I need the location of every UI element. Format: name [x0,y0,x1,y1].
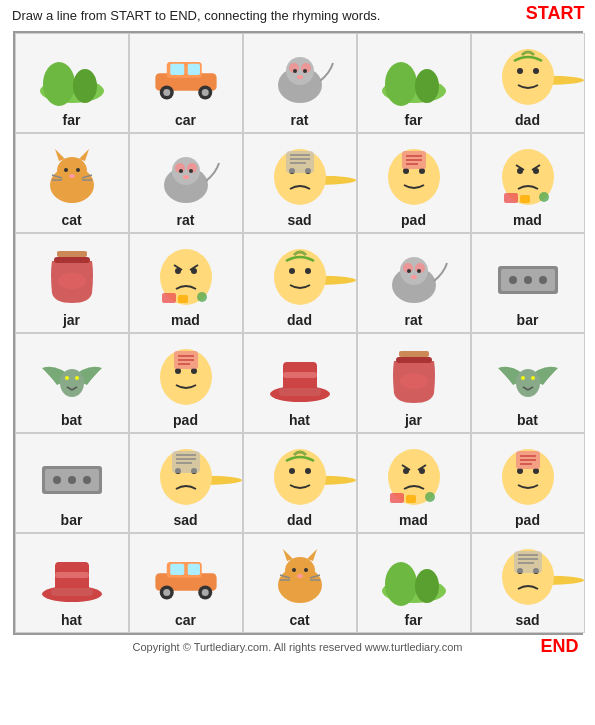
svg-point-2 [73,69,97,103]
svg-rect-127 [406,495,416,503]
cell-img-car [151,43,221,108]
svg-point-17 [297,75,303,79]
svg-point-8 [201,89,208,96]
svg-point-19 [385,62,417,106]
cell-img-hat [265,343,335,408]
cell-img-pad [151,343,221,408]
cell-img-dad [265,443,335,508]
svg-point-88 [75,376,79,380]
svg-point-83 [509,276,517,284]
svg-rect-69 [178,295,188,303]
cell-label-r1c3: rat [291,112,309,128]
start-label: START [526,3,585,24]
cell-img-mouse [151,143,221,208]
cell-r2c2: rat [129,133,243,233]
cell-label-r5c1: bar [61,512,83,528]
cell-img-mad [379,443,449,508]
svg-rect-138 [51,588,93,596]
svg-rect-68 [162,293,176,303]
svg-point-125 [419,468,425,474]
svg-rect-139 [55,572,89,578]
cell-img-sad [151,443,221,508]
cell-img-hill [379,543,449,608]
cell-label-r4c4: jar [405,412,422,428]
svg-rect-146 [170,564,184,575]
grid-container: START far car [13,31,583,635]
svg-point-15 [293,69,297,73]
cell-label-r5c5: pad [515,512,540,528]
cell-r5c1: bar [15,433,129,533]
svg-rect-147 [187,564,199,575]
cell-img-mouse [265,43,335,108]
svg-rect-98 [279,388,321,396]
svg-point-154 [297,574,303,578]
svg-point-152 [292,568,296,572]
svg-point-80 [411,275,417,279]
cell-img-dad [493,43,563,108]
svg-point-157 [415,569,439,603]
cell-label-r1c5: dad [515,112,540,128]
svg-marker-151 [307,549,317,561]
cell-r3c4: rat [357,233,471,333]
svg-point-87 [65,376,69,380]
svg-point-66 [175,268,181,274]
cell-label-r4c1: bat [61,412,82,428]
cell-r3c1: jar [15,233,129,333]
cell-r2c4: pad [357,133,471,233]
svg-point-78 [407,269,411,273]
instructions: Draw a line from START to END, connectin… [0,0,595,27]
cell-img-pad [493,443,563,508]
cell-r5c5: pad [471,433,585,533]
svg-point-72 [289,268,295,274]
svg-point-79 [417,269,421,273]
svg-point-59 [539,192,549,202]
svg-rect-101 [396,357,432,363]
cell-img-jar [379,343,449,408]
svg-point-36 [189,169,193,173]
cell-label-r3c2: mad [171,312,200,328]
cell-img-bat [493,343,563,408]
svg-point-103 [516,369,540,397]
svg-point-70 [197,292,207,302]
cell-label-r1c1: far [63,112,81,128]
cell-img-bar [493,243,563,308]
cell-label-r2c2: rat [177,212,195,228]
svg-point-73 [305,268,311,274]
svg-point-86 [60,369,84,397]
svg-point-119 [289,468,295,474]
end-label: END [540,636,578,657]
cell-label-r5c4: mad [399,512,428,528]
svg-point-56 [533,168,539,174]
cell-img-dad [265,243,335,308]
cell-r1c4: far [357,33,471,133]
svg-rect-99 [283,372,317,378]
cell-label-r2c3: sad [287,212,311,228]
svg-point-67 [191,268,197,274]
cell-label-r4c5: bat [517,412,538,428]
cell-r5c2: sad [129,433,243,533]
cell-r3c2: mad [129,233,243,333]
svg-rect-57 [504,193,518,203]
svg-rect-9 [170,64,184,75]
cell-r6c4: far [357,533,471,633]
svg-point-25 [57,157,87,185]
svg-point-105 [531,376,535,380]
cell-r4c2: pad [129,333,243,433]
svg-rect-100 [399,351,429,357]
svg-point-62 [58,273,86,289]
cell-r5c4: mad [357,433,471,533]
cell-r4c1: bat [15,333,129,433]
svg-point-109 [68,476,76,484]
svg-point-144 [163,589,170,596]
cell-img-mad [151,243,221,308]
svg-rect-126 [390,493,404,503]
cell-label-r2c4: pad [401,212,426,228]
svg-point-156 [385,562,417,606]
cell-r1c1: far [15,33,129,133]
svg-rect-58 [520,195,530,203]
cell-label-r6c3: cat [289,612,309,628]
cell-r3c3: dad [243,233,357,333]
cell-r2c1: cat [15,133,129,233]
svg-point-128 [425,492,435,502]
cell-r5c3: dad [243,433,357,533]
